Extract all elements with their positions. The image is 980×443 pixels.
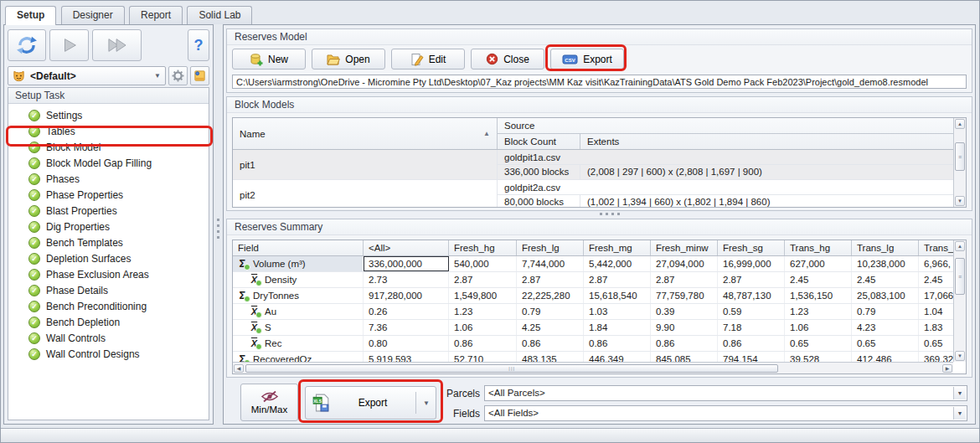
summary-value-cell[interactable]: 5,442,000 xyxy=(584,256,651,271)
summary-value-cell[interactable]: 25,083,100 xyxy=(852,288,919,303)
summary-value-cell[interactable]: 2.87 xyxy=(517,272,584,287)
scroll-left-icon[interactable]: ◀ xyxy=(234,364,244,373)
summary-value-cell[interactable]: 22,225,280 xyxy=(517,288,584,303)
summary-value-cell[interactable]: 27,094,000 xyxy=(651,256,718,271)
close-button[interactable]: Close xyxy=(471,49,544,70)
model-path-field[interactable]: C:\Users\iarmstrong\OneDrive - Micromine… xyxy=(232,75,967,89)
summary-value-cell[interactable]: 16,999,000 xyxy=(718,256,785,271)
summary-value-cell[interactable]: 2.45 xyxy=(919,272,953,287)
sidebar-item-bench-preconditioning[interactable]: ✓Bench Preconditioning xyxy=(8,298,209,314)
sidebar-item-bench-depletion[interactable]: ✓Bench Depletion xyxy=(8,314,209,330)
block-model-row[interactable]: pit1goldpit1a.csv336,000 blocks(2,008 | … xyxy=(233,150,953,180)
summary-value-cell[interactable]: 5,919,593 xyxy=(364,352,449,362)
summary-value-cell[interactable]: 7,744,000 xyxy=(517,256,584,271)
summary-value-cell[interactable]: 369,32 xyxy=(919,352,953,362)
summary-column-header[interactable]: <All> xyxy=(364,240,449,255)
horizontal-splitter-handle[interactable] xyxy=(600,213,620,215)
parcels-dropdown[interactable]: <All Parcels> ▼ xyxy=(484,385,967,401)
column-header-name[interactable]: Name ▲ xyxy=(233,118,498,149)
block-models-vertical-scrollbar[interactable]: ▲ ≡ ▼ xyxy=(953,118,966,207)
help-button[interactable]: ? xyxy=(188,29,209,61)
summary-row[interactable]: ΣVolume (m³)336,000,000540,0007,744,0005… xyxy=(233,256,953,272)
summary-row[interactable]: XRec0.800.860.860.860.860.860.650.650.65 xyxy=(233,336,953,352)
summary-value-cell[interactable]: 0.86 xyxy=(517,336,584,351)
summary-value-cell[interactable]: 0.86 xyxy=(449,336,517,351)
summary-value-cell[interactable]: 7.18 xyxy=(718,320,785,335)
summary-value-cell[interactable]: 0.79 xyxy=(517,304,584,319)
summary-value-cell[interactable]: 1.23 xyxy=(785,304,852,319)
summary-value-cell[interactable]: 0.86 xyxy=(651,336,718,351)
notes-button[interactable] xyxy=(190,66,209,85)
summary-value-cell[interactable]: 1.06 xyxy=(785,320,852,335)
summary-value-cell[interactable]: 0.39 xyxy=(651,304,718,319)
scroll-up-icon[interactable]: ▲ xyxy=(955,119,965,129)
summary-value-cell[interactable]: 2.87 xyxy=(651,272,718,287)
settings-button[interactable] xyxy=(168,66,188,85)
summary-value-cell[interactable]: 9.90 xyxy=(651,320,718,335)
sidebar-item-block-model[interactable]: ✓Block Model xyxy=(8,139,209,155)
column-header-block-count[interactable]: Block Count xyxy=(498,134,580,149)
summary-value-cell[interactable]: 794,154 xyxy=(718,352,785,362)
summary-value-cell[interactable]: 2.45 xyxy=(852,272,919,287)
scroll-right-icon[interactable]: ▶ xyxy=(942,364,952,373)
sidebar-item-blast-properties[interactable]: ✓Blast Properties xyxy=(8,203,209,219)
summary-column-header[interactable]: Field xyxy=(233,240,364,255)
summary-value-cell[interactable]: 845,085 xyxy=(651,352,718,362)
summary-value-cell[interactable]: 0.26 xyxy=(364,304,449,319)
sidebar-item-depletion-surfaces[interactable]: ✓Depletion Surfaces xyxy=(8,250,209,266)
summary-value-cell[interactable]: 4.23 xyxy=(852,320,919,335)
refresh-button[interactable] xyxy=(8,29,46,61)
summary-value-cell[interactable]: 6,966, xyxy=(919,256,953,271)
summary-column-header[interactable]: Trans_hg xyxy=(785,240,852,255)
summary-value-cell[interactable]: 10,238,000 xyxy=(852,256,919,271)
scroll-down-icon[interactable]: ▼ xyxy=(955,196,965,206)
summary-value-cell[interactable]: 1.83 xyxy=(919,320,953,335)
summary-value-cell[interactable]: 1.04 xyxy=(919,304,953,319)
summary-value-cell[interactable]: 1.03 xyxy=(584,304,651,319)
summary-value-cell[interactable]: 0.86 xyxy=(584,336,651,351)
sidebar-item-phase-details[interactable]: ✓Phase Details xyxy=(8,282,209,298)
summary-row[interactable]: XAu0.261.230.791.030.390.591.230.791.04 xyxy=(233,304,953,320)
summary-value-cell[interactable]: 336,000,000 xyxy=(364,256,449,271)
summary-value-cell[interactable]: 0.86 xyxy=(718,336,785,351)
chevron-down-icon[interactable]: ▼ xyxy=(953,407,966,420)
summary-row[interactable]: XS7.361.064.251.849.907.181.064.231.83 xyxy=(233,320,953,336)
export-xls-button[interactable]: XLS Export ▼ xyxy=(305,386,436,420)
sidebar-item-phases[interactable]: ✓Phases xyxy=(8,171,209,187)
summary-value-cell[interactable]: 39,528 xyxy=(785,352,852,362)
tab-setup[interactable]: Setup xyxy=(5,6,56,25)
sidebar-item-bench-templates[interactable]: ✓Bench Templates xyxy=(8,234,209,250)
summary-value-cell[interactable]: 412,486 xyxy=(852,352,919,362)
scrollbar-thumb[interactable]: ≡ xyxy=(955,142,965,171)
summary-value-cell[interactable]: 1.06 xyxy=(449,320,517,335)
scrollbar-thumb[interactable]: ||| xyxy=(245,364,778,373)
summary-value-cell[interactable]: 446,349 xyxy=(584,352,651,362)
summary-value-cell[interactable]: 17,066 xyxy=(919,288,953,303)
summary-column-header[interactable]: Fresh_minw xyxy=(651,240,718,255)
summary-column-header[interactable]: Fresh_mg xyxy=(584,240,651,255)
sidebar-item-phase-exclusion-areas[interactable]: ✓Phase Exclusion Areas xyxy=(8,266,209,282)
summary-value-cell[interactable]: 1.23 xyxy=(449,304,517,319)
sidebar-item-wall-control-designs[interactable]: ✓Wall Control Designs xyxy=(8,346,209,362)
minmax-button[interactable]: Min/Max xyxy=(240,384,298,421)
summary-horizontal-scrollbar[interactable]: ◀ ||| ▶ xyxy=(233,362,953,373)
summary-row[interactable]: ΣRecoveredOz5,919,59352,710483,135446,34… xyxy=(233,352,953,362)
summary-column-header[interactable]: Trans_lg xyxy=(852,240,919,255)
column-header-extents[interactable]: Extents xyxy=(580,134,953,149)
column-header-source[interactable]: Source xyxy=(498,118,953,134)
summary-value-cell[interactable]: 2.45 xyxy=(785,272,852,287)
summary-value-cell[interactable]: 0.80 xyxy=(364,336,449,351)
scrollbar-thumb[interactable]: ≡ xyxy=(955,258,965,295)
summary-column-header[interactable]: Fresh_hg xyxy=(449,240,517,255)
summary-value-cell[interactable]: 0.65 xyxy=(852,336,919,351)
sidebar-item-tables[interactable]: ✓Tables xyxy=(8,123,209,139)
sidebar-item-block-model-gap-filling[interactable]: ✓Block Model Gap Filling xyxy=(8,155,209,171)
summary-value-cell[interactable]: 1,536,150 xyxy=(785,288,852,303)
tab-designer[interactable]: Designer xyxy=(61,6,125,24)
summary-row[interactable]: XDensity2.732.872.872.872.872.872.452.45… xyxy=(233,272,953,288)
summary-value-cell[interactable]: 2.87 xyxy=(718,272,785,287)
summary-value-cell[interactable]: 0.79 xyxy=(852,304,919,319)
summary-value-cell[interactable]: 2.87 xyxy=(584,272,651,287)
summary-value-cell[interactable]: 0.59 xyxy=(718,304,785,319)
sidebar-item-dig-properties[interactable]: ✓Dig Properties xyxy=(8,219,209,234)
